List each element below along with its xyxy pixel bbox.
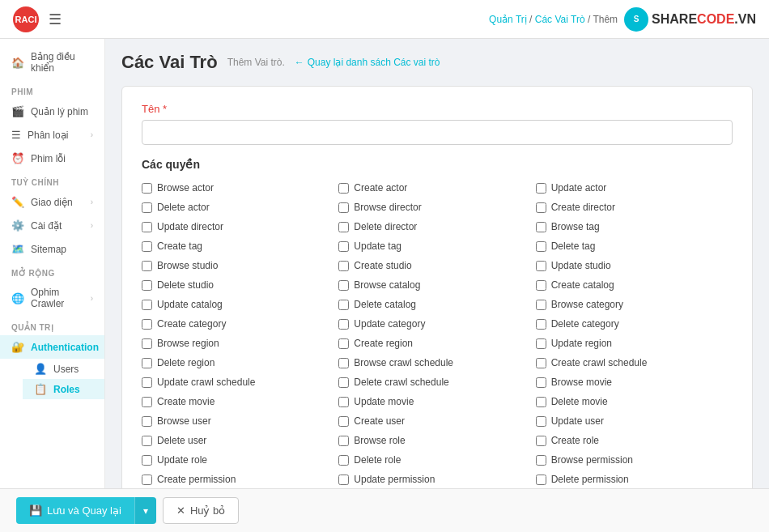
permission-label: Delete tag [551, 240, 596, 252]
permission-checkbox[interactable] [536, 183, 546, 194]
sidebar-item-roles[interactable]: 📋 Roles [23, 379, 104, 399]
permission-checkbox[interactable] [536, 319, 546, 330]
permission-checkbox[interactable] [338, 475, 349, 485]
permission-checkbox[interactable] [142, 300, 152, 310]
name-input[interactable] [142, 120, 733, 145]
permission-checkbox[interactable] [142, 280, 152, 291]
permission-checkbox[interactable] [536, 397, 546, 407]
sidebar-dashboard-label: Bảng điều khiển [31, 51, 93, 74]
sidebar-quan-ly-phim-label: Quản lý phim [31, 106, 93, 117]
permission-checkbox[interactable] [142, 241, 152, 252]
permission-checkbox[interactable] [338, 416, 349, 427]
permission-checkbox[interactable] [142, 455, 152, 466]
permission-checkbox[interactable] [338, 338, 349, 349]
permission-label: Delete category [551, 318, 619, 330]
permission-item: Browse tag [536, 219, 733, 234]
permission-checkbox[interactable] [142, 436, 152, 446]
permission-label: Delete role [354, 454, 401, 466]
permission-checkbox[interactable] [536, 338, 546, 349]
permission-label: Delete catalog [354, 299, 416, 310]
permission-checkbox[interactable] [536, 280, 546, 291]
sidebar-item-cai-dat[interactable]: ⚙️ Cài đặt › [0, 214, 104, 237]
permission-checkbox[interactable] [338, 241, 349, 252]
permission-checkbox[interactable] [338, 377, 349, 388]
permission-checkbox[interactable] [338, 455, 349, 466]
permission-item: Create catalog [536, 278, 733, 292]
permission-checkbox[interactable] [142, 416, 152, 427]
sidebar-item-quan-ly-phim[interactable]: 🎬 Quản lý phim [0, 100, 104, 123]
permission-checkbox[interactable] [142, 319, 152, 330]
permission-checkbox[interactable] [338, 261, 349, 271]
permission-checkbox[interactable] [536, 455, 546, 466]
permission-checkbox[interactable] [338, 397, 349, 407]
permission-checkbox[interactable] [338, 222, 349, 232]
sidebar-item-phan-loai[interactable]: ☰ Phân loại › [0, 123, 104, 147]
permission-item: Delete catalog [338, 297, 535, 312]
permission-checkbox[interactable] [142, 475, 152, 485]
permission-checkbox[interactable] [338, 358, 349, 368]
main-layout: 🏠 Bảng điều khiển PHIM 🎬 Quản lý phim ☰ … [0, 39, 769, 488]
permission-checkbox[interactable] [142, 338, 152, 349]
permission-checkbox[interactable] [536, 241, 546, 252]
permission-item: Browse studio [142, 258, 338, 273]
permission-checkbox[interactable] [142, 222, 152, 232]
cancel-button[interactable]: ✕ Huỷ bỏ [163, 497, 239, 524]
permission-item: Update user [536, 414, 733, 428]
permission-checkbox[interactable] [338, 183, 349, 194]
back-link[interactable]: ← Quay lại danh sách Các vai trò [295, 57, 440, 68]
permission-checkbox[interactable] [536, 377, 546, 388]
permission-item: Create tag [142, 239, 338, 253]
permission-label: Browse movie [551, 377, 612, 388]
permission-item: Browse region [142, 336, 338, 351]
permission-checkbox[interactable] [536, 300, 546, 310]
save-icon: 💾 [29, 504, 42, 517]
permission-checkbox[interactable] [536, 261, 546, 271]
breadcrumb-admin[interactable]: Quản Trị [489, 14, 527, 25]
permission-checkbox[interactable] [338, 300, 349, 310]
sidebar-item-authentication[interactable]: 🔐 Authentication ∨ [0, 335, 104, 359]
permission-checkbox[interactable] [536, 475, 546, 485]
sidebar-item-giao-dien[interactable]: ✏️ Giao diện › [0, 190, 104, 214]
sidebar-item-phim-loi[interactable]: ⏰ Phim lỗi [0, 147, 104, 170]
permission-checkbox[interactable] [536, 222, 546, 232]
permission-checkbox[interactable] [142, 261, 152, 271]
permission-checkbox[interactable] [142, 397, 152, 407]
save-dropdown-button[interactable]: ▾ [134, 497, 156, 524]
permission-checkbox[interactable] [142, 202, 152, 213]
permission-item: Update role [142, 453, 338, 467]
permission-checkbox[interactable] [338, 280, 349, 291]
sidebar-item-ophim[interactable]: 🌐 Ophim Crawler › [0, 281, 104, 315]
permission-label: Create catalog [551, 279, 614, 291]
hamburger-icon[interactable]: ☰ [49, 11, 62, 28]
sidebar-item-users[interactable]: 👤 Users [23, 359, 104, 379]
permission-checkbox[interactable] [338, 319, 349, 330]
clock-icon: ⏰ [11, 152, 24, 164]
permission-label: Delete user [157, 435, 206, 446]
permission-item: Update tag [338, 239, 535, 253]
permission-item: Browse permission [536, 453, 733, 467]
permission-checkbox[interactable] [142, 183, 152, 194]
breadcrumb-roles[interactable]: Các Vai Trò [535, 14, 585, 25]
permission-item: Delete category [536, 317, 733, 331]
permission-item: Browse crawl schedule [338, 355, 535, 370]
permission-label: Browse actor [157, 182, 214, 194]
permission-checkbox[interactable] [338, 436, 349, 446]
sidebar-item-sitemap[interactable]: 🗺️ Sitemap [0, 237, 104, 261]
permission-checkbox[interactable] [536, 358, 546, 368]
permission-item: Create studio [338, 258, 535, 273]
permission-label: Delete crawl schedule [354, 377, 448, 388]
permission-checkbox[interactable] [338, 202, 349, 213]
permission-checkbox[interactable] [536, 416, 546, 427]
permission-label: Browse director [354, 202, 421, 213]
page-title: Các Vai Trò [121, 52, 218, 73]
permission-checkbox[interactable] [536, 202, 546, 213]
permission-checkbox[interactable] [142, 358, 152, 368]
permission-item: Browse role [338, 433, 535, 448]
save-button[interactable]: 💾 Lưu và Quay lại [16, 497, 134, 524]
permission-label: Browse user [157, 415, 211, 427]
permission-item: Delete crawl schedule [338, 375, 535, 389]
permission-item: Create category [142, 317, 338, 331]
permission-checkbox[interactable] [142, 377, 152, 388]
permission-checkbox[interactable] [536, 436, 546, 446]
sidebar-item-dashboard[interactable]: 🏠 Bảng điều khiển [0, 45, 104, 79]
